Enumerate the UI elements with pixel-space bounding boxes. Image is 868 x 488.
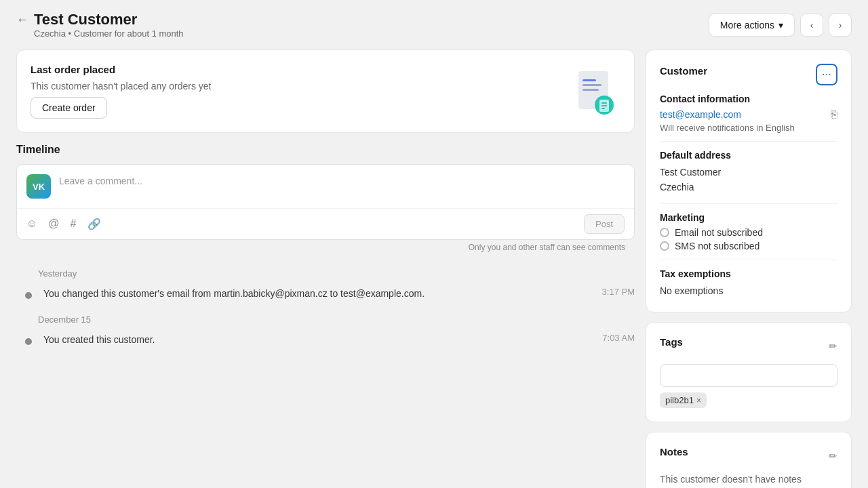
notes-edit-icon[interactable]: ✏ [829, 450, 837, 462]
more-actions-button[interactable]: More actions ▾ [709, 14, 795, 37]
tags-card: Tags ✏ pilb2b1 × [646, 322, 852, 422]
sms-subscription-label: SMS not subscribed [675, 241, 760, 251]
email-subscription-status: Email not subscribed [660, 227, 837, 238]
timeline-event-text-2: You created this customer. [43, 333, 594, 347]
page-header: ← Test Customer Czechia • Customer for a… [0, 0, 868, 44]
copy-icon[interactable]: ⎘ [831, 108, 837, 121]
tag-remove-icon[interactable]: × [696, 396, 701, 405]
tags-card-header: Tags ✏ [660, 336, 837, 356]
timeline-event-text-1: You changed this customer's email from m… [43, 287, 594, 301]
svg-rect-7 [601, 105, 607, 106]
comment-input-row: VK Leave a comment... [17, 165, 634, 208]
notes-card-header: Notes ✏ [660, 446, 837, 466]
mention-icon[interactable]: @ [48, 218, 59, 230]
email-radio-icon [660, 228, 669, 237]
timeline-events: Yesterday You changed this customer's em… [22, 258, 635, 350]
tags-input[interactable] [660, 364, 837, 387]
timeline-event-time-1: 3:17 PM [602, 287, 635, 297]
email-subscription-label: Email not subscribed [675, 227, 763, 238]
timeline-date-yesterday: Yesterday [22, 258, 635, 284]
left-column: Last order placed This customer hasn't p… [16, 49, 635, 488]
comment-box: VK Leave a comment... ☺ @ # 🔗 Post [16, 164, 635, 240]
header-left: ← Test Customer Czechia • Customer for a… [16, 11, 184, 39]
email-link[interactable]: test@example.com [660, 109, 741, 120]
tag-label: pilb2b1 [665, 395, 694, 405]
address-label: Default address [660, 150, 837, 161]
notes-section-title: Notes [660, 446, 688, 458]
comment-placeholder[interactable]: Leave a comment... [59, 174, 625, 186]
order-illustration [566, 64, 620, 119]
notes-card: Notes ✏ This customer doesn't have notes [646, 432, 852, 488]
staff-note: Only you and other staff can see comment… [16, 240, 635, 258]
customer-card-header: Customer ⋯ [660, 64, 837, 85]
contact-section: Contact information test@example.com ⎘ W… [660, 94, 837, 133]
timeline-dot-2 [25, 338, 32, 345]
link-icon[interactable]: 🔗 [87, 218, 101, 230]
page-title: Test Customer [34, 11, 137, 28]
svg-rect-1 [583, 79, 596, 81]
svg-rect-3 [583, 89, 599, 91]
marketing-section: Marketing Email not subscribed SMS not s… [660, 212, 837, 251]
timeline-dot-1 [25, 292, 32, 299]
three-dots-button[interactable]: ⋯ [816, 64, 837, 85]
post-button[interactable]: Post [584, 214, 625, 234]
address-name: Test Customer [660, 165, 837, 180]
notes-text: This customer doesn't have notes [660, 474, 802, 485]
toolbar-icons: ☺ @ # 🔗 [26, 218, 101, 230]
timeline-event-1: You changed this customer's email from m… [22, 284, 635, 304]
more-actions-label: More actions [720, 20, 774, 30]
tax-status: No exemptions [660, 283, 837, 298]
last-order-title: Last order placed [31, 64, 211, 75]
notification-text: Will receive notifications in English [660, 123, 837, 133]
last-order-card: Last order placed This customer hasn't p… [16, 49, 635, 133]
email-row: test@example.com ⎘ [660, 108, 837, 121]
last-order-content: Last order placed This customer hasn't p… [31, 64, 211, 119]
header-subtitle: Czechia • Customer for about 1 month [34, 28, 184, 39]
prev-nav-button[interactable]: ‹ [800, 14, 823, 37]
timeline-date-december: December 15 [22, 304, 635, 330]
marketing-label: Marketing [660, 212, 837, 223]
customer-section-title: Customer [660, 65, 707, 77]
timeline-event-time-2: 7:03 AM [602, 333, 635, 343]
header-right: More actions ▾ ‹ › [709, 14, 852, 37]
last-order-subtitle: This customer hasn't placed any orders y… [31, 81, 211, 92]
sms-radio-icon [660, 241, 669, 251]
back-icon[interactable]: ← [16, 13, 28, 27]
next-nav-button[interactable]: › [829, 14, 852, 37]
create-order-button[interactable]: Create order [31, 97, 107, 119]
customer-card: Customer ⋯ Contact information test@exam… [646, 49, 852, 312]
emoji-icon[interactable]: ☺ [26, 218, 37, 230]
timeline-event-2: You created this customer. 7:03 AM [22, 330, 635, 350]
dots-icon: ⋯ [822, 69, 831, 80]
chevron-down-icon: ▾ [778, 20, 783, 30]
svg-rect-6 [601, 102, 607, 104]
tags-section-title: Tags [660, 336, 683, 348]
timeline-dot-wrapper-2 [22, 336, 35, 345]
sms-subscription-status: SMS not subscribed [660, 241, 837, 251]
tax-label: Tax exemptions [660, 268, 837, 279]
timeline-dot-wrapper-1 [22, 289, 35, 299]
svg-rect-2 [583, 84, 601, 86]
address-section: Default address Test Customer Czechia [660, 150, 837, 195]
timeline-title: Timeline [16, 144, 635, 156]
tag-chip: pilb2b1 × [660, 392, 707, 408]
address-country: Czechia [660, 180, 837, 195]
tax-section: Tax exemptions No exemptions [660, 268, 837, 298]
avatar: VK [26, 174, 51, 199]
right-column: Customer ⋯ Contact information test@exam… [646, 49, 852, 488]
main-content: Last order placed This customer hasn't p… [0, 44, 868, 488]
timeline-section: Timeline VK Leave a comment... ☺ @ # 🔗 [16, 144, 635, 350]
tags-edit-icon[interactable]: ✏ [829, 340, 837, 352]
svg-rect-8 [601, 108, 605, 109]
hashtag-icon[interactable]: # [71, 218, 77, 230]
title-row: ← Test Customer [16, 11, 184, 28]
comment-toolbar: ☺ @ # 🔗 Post [17, 208, 634, 239]
contact-label: Contact information [660, 94, 837, 104]
tags-list: pilb2b1 × [660, 392, 837, 408]
